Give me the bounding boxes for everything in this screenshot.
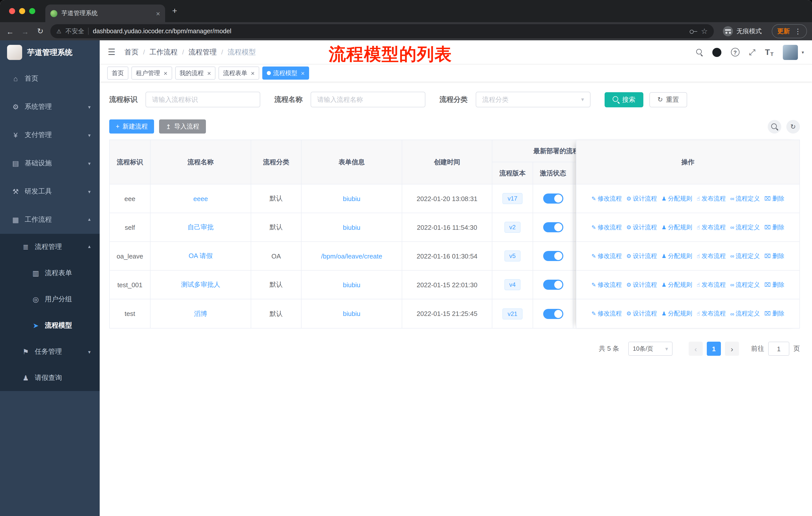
sidebar-item-infrastructure[interactable]: ▤基础设施▾ — [0, 149, 100, 178]
close-icon[interactable]: × — [164, 70, 167, 76]
action-publish[interactable]: ☝发布流程 — [697, 194, 726, 203]
action-publish[interactable]: ☝发布流程 — [697, 252, 726, 260]
page-size-select[interactable]: 10条/页 ▾ — [628, 342, 672, 356]
github-icon[interactable] — [712, 48, 721, 57]
password-key-icon[interactable] — [689, 28, 697, 35]
next-page-button[interactable]: › — [725, 342, 739, 356]
action-assign[interactable]: ♟分配规则 — [662, 280, 692, 289]
action-modify[interactable]: ✎修改流程 — [591, 280, 622, 289]
tag-tenant-manage[interactable]: 租户管理× — [132, 66, 172, 80]
sidebar-item-task-manage[interactable]: ⚑任务管理▾ — [0, 338, 100, 365]
category-select[interactable]: 流程分类 ▾ — [476, 92, 590, 107]
reload-button[interactable]: ↻ — [35, 27, 45, 36]
help-icon[interactable]: ? — [731, 48, 740, 56]
sidebar-item-workflow[interactable]: ▦工作流程▾ — [0, 206, 100, 234]
action-definition[interactable]: ∞流程定义 — [730, 194, 760, 203]
action-design[interactable]: ⚙设计流程 — [626, 280, 657, 289]
close-icon[interactable]: × — [251, 70, 255, 76]
prev-page-button[interactable]: ‹ — [689, 342, 703, 356]
action-definition[interactable]: ∞流程定义 — [730, 252, 760, 260]
tag-process-model[interactable]: 流程模型× — [262, 66, 309, 80]
page-number-1[interactable]: 1 — [707, 342, 721, 356]
reset-button[interactable]: ↻ 重置 — [649, 92, 687, 107]
forward-button[interactable]: → — [20, 27, 30, 35]
avatar[interactable] — [783, 45, 798, 60]
browser-tab[interactable]: 芋道管理系统 × — [45, 4, 165, 22]
active-toggle[interactable] — [543, 309, 563, 319]
sidebar-item-devtools[interactable]: ⚒研发工具▾ — [0, 178, 100, 206]
active-toggle[interactable] — [543, 280, 563, 290]
form-info-link[interactable]: /bpm/oa/leave/create — [321, 252, 382, 260]
table-search-button[interactable] — [768, 120, 781, 133]
breadcrumb-item[interactable]: 流程管理 — [188, 48, 217, 57]
sidebar-item-process-manage[interactable]: ≣流程管理▾ — [0, 234, 100, 260]
action-design[interactable]: ⚙设计流程 — [626, 252, 657, 260]
address-bar[interactable]: ⚠ 不安全 dashboard.yudao.iocoder.cn/bpm/man… — [50, 24, 714, 38]
action-modify[interactable]: ✎修改流程 — [591, 309, 622, 318]
form-info-link[interactable]: biubiu — [343, 195, 360, 202]
process-name-link[interactable]: eeee — [193, 195, 208, 202]
action-delete[interactable]: ⌧删除 — [764, 194, 784, 203]
sidebar-item-user-group[interactable]: ◎用户分组 — [0, 286, 100, 313]
search-button[interactable]: 搜索 — [605, 92, 643, 107]
action-definition[interactable]: ∞流程定义 — [730, 309, 760, 318]
breadcrumb-item[interactable]: 首页 — [124, 48, 139, 57]
new-tab-button[interactable]: + — [172, 6, 177, 16]
action-publish[interactable]: ☝发布流程 — [697, 223, 726, 232]
sidebar-item-leave-query[interactable]: ♟请假查询 — [0, 365, 100, 391]
action-design[interactable]: ⚙设计流程 — [626, 223, 657, 232]
fullscreen-icon[interactable]: ⤢ — [749, 48, 756, 57]
process-name-input[interactable] — [311, 92, 425, 107]
form-info-link[interactable]: biubiu — [343, 223, 360, 231]
process-id-input[interactable] — [145, 92, 260, 107]
action-assign[interactable]: ♟分配规则 — [662, 194, 692, 203]
action-assign[interactable]: ♟分配规则 — [662, 223, 692, 232]
action-design[interactable]: ⚙设计流程 — [626, 194, 657, 203]
action-design[interactable]: ⚙设计流程 — [626, 309, 657, 318]
close-icon[interactable]: × — [301, 70, 305, 76]
incognito-badge[interactable]: 无痕模式 — [723, 26, 762, 36]
sidebar-item-process-form[interactable]: ▥流程表单 — [0, 260, 100, 286]
action-modify[interactable]: ✎修改流程 — [591, 223, 622, 232]
sidebar-item-payment[interactable]: ¥支付管理▾ — [0, 121, 100, 149]
tag-process-form[interactable]: 流程表单× — [219, 66, 259, 80]
process-name-link[interactable]: OA 请假 — [188, 251, 212, 261]
breadcrumb-item[interactable]: 工作流程 — [149, 48, 178, 57]
action-modify[interactable]: ✎修改流程 — [591, 252, 622, 260]
goto-page-input[interactable] — [768, 342, 789, 356]
action-publish[interactable]: ☝发布流程 — [697, 280, 726, 289]
action-modify[interactable]: ✎修改流程 — [591, 194, 622, 203]
import-process-button[interactable]: ↥ 导入流程 — [159, 119, 206, 134]
action-definition[interactable]: ∞流程定义 — [730, 280, 760, 289]
tag-home[interactable]: 首页 — [107, 66, 128, 80]
action-assign[interactable]: ♟分配规则 — [662, 252, 692, 260]
search-icon[interactable] — [696, 49, 703, 55]
action-definition[interactable]: ∞流程定义 — [730, 223, 760, 232]
action-delete[interactable]: ⌧删除 — [764, 223, 784, 232]
action-publish[interactable]: ☝发布流程 — [697, 309, 726, 318]
minimize-window-button[interactable] — [19, 8, 25, 14]
action-assign[interactable]: ♟分配规则 — [662, 309, 692, 318]
back-button[interactable]: ← — [5, 27, 15, 35]
sidebar-toggle-icon[interactable]: ☰ — [108, 47, 116, 57]
active-toggle[interactable] — [543, 251, 563, 261]
process-name-link[interactable]: 自己审批 — [187, 223, 214, 232]
form-info-link[interactable]: biubiu — [343, 281, 360, 289]
table-refresh-button[interactable]: ↻ — [786, 120, 800, 133]
close-window-button[interactable] — [9, 8, 15, 14]
bookmark-star-icon[interactable]: ☆ — [701, 27, 708, 36]
tag-my-process[interactable]: 我的流程× — [175, 66, 215, 80]
action-delete[interactable]: ⌧删除 — [764, 280, 784, 289]
sidebar-item-system[interactable]: ⚙系统管理▾ — [0, 93, 100, 121]
action-delete[interactable]: ⌧删除 — [764, 252, 784, 260]
font-size-icon[interactable]: TT — [765, 48, 774, 57]
browser-menu-button[interactable]: 更新 ⋮ — [772, 24, 807, 38]
sidebar-item-home[interactable]: ⌂首页 — [0, 64, 100, 93]
process-name-link[interactable]: 滔博 — [194, 309, 207, 318]
active-toggle[interactable] — [543, 193, 563, 203]
tab-close-icon[interactable]: × — [156, 9, 160, 18]
form-info-link[interactable]: biubiu — [343, 310, 360, 318]
action-delete[interactable]: ⌧删除 — [764, 309, 784, 318]
sidebar-item-process-model[interactable]: ➤流程模型 — [0, 313, 100, 338]
process-name-link[interactable]: 测试多审批人 — [181, 280, 220, 289]
